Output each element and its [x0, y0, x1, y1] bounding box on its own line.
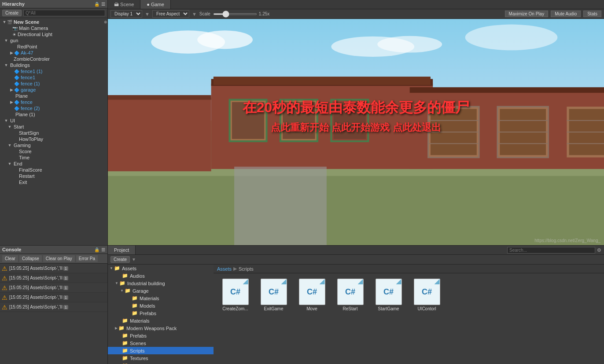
tree-item-fence[interactable]: ▶ 🔷 fence: [0, 99, 107, 105]
hierarchy-menu-icon[interactable]: ☰: [101, 2, 105, 7]
project-tree-modern-weapons[interactable]: ▶ 📁 Modern Weapons Pack: [108, 324, 214, 332]
project-tree-garage[interactable]: ▼ 📁 Garage: [108, 287, 214, 294]
console-item-5[interactable]: ⚠ [15:05:25] Assets\Script-','II 1: [0, 302, 107, 312]
script-cs-label-4: C#: [345, 287, 355, 297]
create-dropdown-arrow[interactable]: ▼: [132, 257, 136, 262]
console-collapse-button[interactable]: Collapse: [19, 255, 42, 262]
tree-item-score[interactable]: Score: [0, 148, 107, 154]
breadcrumb-assets[interactable]: Assets: [217, 266, 232, 272]
project-tree-prefabs[interactable]: 📁 Prefabs: [108, 332, 214, 339]
tree-item-gaming[interactable]: ▼ Gaming: [0, 142, 107, 148]
project-create-button[interactable]: Create: [110, 256, 130, 263]
project-tree-materials[interactable]: 📁 Materials: [108, 317, 214, 324]
tree-item-end[interactable]: ▼ End: [0, 161, 107, 167]
tab-scene[interactable]: 🏔 Scene: [108, 0, 140, 9]
tree-item-how-to-play[interactable]: HowToPlay: [0, 136, 107, 142]
scale-slider[interactable]: [213, 13, 257, 15]
tab-project[interactable]: Project: [108, 246, 136, 254]
mat-garage-label: Materials: [140, 296, 159, 301]
tree-item-fence-2[interactable]: 🔷 fence (2): [0, 105, 107, 111]
script-item-move[interactable]: C# Move: [295, 279, 328, 311]
tree-item-time[interactable]: Time: [0, 154, 107, 161]
project-search-input[interactable]: [507, 247, 595, 254]
garage-arrow[interactable]: ▶: [9, 88, 14, 92]
tree-item-zombie-controler[interactable]: ZombieControler: [0, 56, 107, 62]
project-tree-industrial[interactable]: ▼ 📁 Industrial building: [108, 279, 214, 287]
tree-item-fence-1[interactable]: 🔷 fence (1): [0, 81, 107, 87]
project-tree-prefabs-garage[interactable]: 📁 Prefabs: [108, 309, 214, 317]
buildings-arrow[interactable]: ▼: [4, 63, 9, 67]
hierarchy-create-button[interactable]: Create: [2, 10, 22, 16]
script-name-exit-game: ExitGame: [264, 306, 284, 311]
tree-item-plane[interactable]: Plane: [0, 93, 107, 99]
console-item-2[interactable]: ⚠ [15:05:25] Assets\Script-','II 1: [0, 273, 107, 283]
tree-item-start-sign[interactable]: StartSign: [0, 130, 107, 136]
console-clear-on-play-button[interactable]: Clear on Play: [43, 255, 75, 262]
stats-button[interactable]: Stats: [583, 11, 601, 17]
hierarchy-lock-icon[interactable]: 🔒: [94, 2, 99, 7]
new-scene-arrow[interactable]: ▼: [2, 20, 7, 24]
scene-toolbar: Display 1 ▼ Free Aspect ▼ Scale 1.25x Ma…: [108, 9, 604, 19]
ui-arrow[interactable]: ▼: [4, 118, 9, 123]
project-tree-scripts[interactable]: 📁 Scripts: [108, 347, 214, 354]
project-tree-models[interactable]: 📁 Models: [108, 302, 214, 309]
tree-item-redpoint[interactable]: RedPoint: [0, 44, 107, 50]
modern-weapons-expand-icon[interactable]: ▶: [115, 326, 118, 330]
tree-item-restart[interactable]: Restart: [0, 173, 107, 179]
project-tree-assets[interactable]: ▼ 📁 Assets: [108, 265, 214, 272]
breadcrumb-scripts: Scripts: [239, 266, 254, 272]
gun-arrow[interactable]: ▼: [4, 38, 9, 43]
script-item-start-game[interactable]: C# StartGame: [372, 279, 405, 311]
tree-item-garage[interactable]: ▶ 🔷 garage: [0, 87, 107, 93]
tree-item-directional-light[interactable]: ☀ Directional Light: [0, 31, 107, 37]
tree-item-fence1[interactable]: 🔷 fence1: [0, 74, 107, 81]
tree-item-ak47[interactable]: ▶ 🔷 Ak-47: [0, 50, 107, 56]
gaming-arrow[interactable]: ▼: [7, 143, 12, 147]
project-main: ▼ 📁 Assets 📁 Audios ▼ 📁 Industrial: [108, 265, 604, 364]
project-tree-audios[interactable]: 📁 Audios: [108, 272, 214, 279]
console-badge-1: 1: [63, 266, 68, 271]
fence-arrow[interactable]: ▶: [9, 100, 14, 104]
maximize-on-play-button[interactable]: Maximize On Play: [505, 11, 549, 17]
project-tree-scenes[interactable]: 📁 Scenes: [108, 339, 214, 347]
how-to-play-label: HowToPlay: [19, 136, 43, 142]
console-item-4[interactable]: ⚠ [15:05:25] Assets\Script-','II 1: [0, 293, 107, 302]
script-item-exit-game[interactable]: C# ExitGame: [257, 279, 290, 311]
end-arrow[interactable]: ▼: [7, 162, 12, 166]
tree-item-new-scene[interactable]: ▼ 🎬 New Scene ⊕: [0, 19, 107, 25]
project-tree-zombie[interactable]: 📁 Zombie: [108, 362, 214, 364]
tab-game[interactable]: ● Game: [140, 0, 171, 9]
modern-weapons-label: Modern Weapons Pack: [126, 326, 177, 331]
tree-item-main-camera[interactable]: 📷 Main Camera: [0, 25, 107, 31]
tree-item-start[interactable]: ▼ Start: [0, 124, 107, 130]
project-tree-materials-garage[interactable]: 📁 Materials: [108, 294, 214, 302]
console-clear-button[interactable]: Clear: [2, 255, 18, 262]
ak47-arrow[interactable]: ▶: [9, 51, 14, 55]
tree-item-exit[interactable]: Exit: [0, 179, 107, 185]
script-item-ui-control[interactable]: C# UIContorl: [410, 279, 443, 311]
tree-item-plane-1[interactable]: Plane (1): [0, 111, 107, 118]
mute-audio-button[interactable]: Mute Audio: [551, 11, 581, 17]
project-tree-textures[interactable]: 📁 Textures: [108, 354, 214, 362]
console-item-3[interactable]: ⚠ [15:05:25] Assets\Script-','II 1: [0, 283, 107, 293]
aspect-select[interactable]: Free Aspect: [152, 10, 189, 18]
display-select[interactable]: Display 1: [110, 10, 142, 18]
assets-expand-icon[interactable]: ▼: [110, 266, 113, 270]
project-settings-icon[interactable]: ⚙: [597, 247, 601, 253]
console-menu-icon[interactable]: ☰: [101, 247, 105, 252]
tree-item-gun[interactable]: ▼ gun: [0, 37, 107, 44]
console-lock-icon[interactable]: 🔒: [94, 247, 99, 252]
console-item-1[interactable]: ⚠ [15:05:25] Assets\Script-','II 1: [0, 264, 107, 273]
script-item-create-zombie[interactable]: C# CreateZom...: [219, 279, 252, 311]
start-arrow[interactable]: ▼: [7, 125, 12, 129]
console-error-pause-button[interactable]: Error Pa: [76, 255, 98, 262]
new-scene-add-icon[interactable]: ⊕: [104, 20, 107, 24]
hierarchy-search-input[interactable]: [23, 10, 105, 16]
script-item-restart[interactable]: C# ReStart: [334, 279, 367, 311]
industrial-expand-icon[interactable]: ▼: [115, 281, 118, 285]
tree-item-buildings[interactable]: ▼ Buildings: [0, 62, 107, 68]
garage-expand-icon[interactable]: ▼: [120, 289, 124, 293]
tree-item-fence1-1[interactable]: 🔷 fence1 (1): [0, 68, 107, 74]
tree-item-ui[interactable]: ▼ UI: [0, 118, 107, 124]
tree-item-final-score[interactable]: FinalScore: [0, 167, 107, 173]
